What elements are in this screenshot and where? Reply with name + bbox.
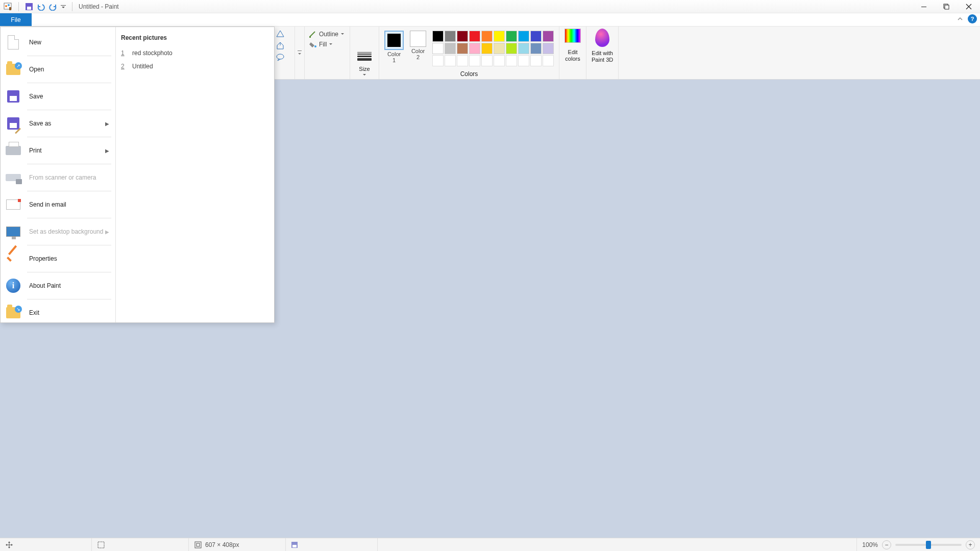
file-menu-left: New ↗ Open Save Save as ▶ Print ▶ From s… <box>1 27 116 80</box>
color-swatch[interactable] <box>506 31 517 42</box>
qat-redo-button[interactable] <box>48 3 58 11</box>
color-swatch[interactable] <box>530 55 542 66</box>
color-swatch[interactable] <box>518 43 529 54</box>
size-group: Size <box>350 27 379 79</box>
recent-item-number: 1 <box>121 49 126 57</box>
recent-item-name: Untitled <box>132 63 153 70</box>
color-swatch[interactable] <box>432 43 444 54</box>
color-swatch[interactable] <box>543 43 554 54</box>
color-swatch[interactable] <box>518 31 529 42</box>
new-document-icon <box>5 34 22 51</box>
color-swatch[interactable] <box>457 43 468 54</box>
color-swatch[interactable] <box>445 43 456 54</box>
qat-customize-dropdown[interactable] <box>61 4 66 9</box>
svg-rect-12 <box>309 36 311 38</box>
recent-item-number: 2 <box>121 63 126 70</box>
color-swatch[interactable] <box>469 43 480 54</box>
outline-fill-group: Outline Fill <box>305 27 350 79</box>
color-swatch[interactable] <box>494 31 505 42</box>
paint3d-label: Edit with Paint 3D <box>592 50 613 63</box>
shapes-more-dropdown[interactable] <box>295 27 305 79</box>
size-lines-icon <box>357 52 372 61</box>
separator <box>72 2 72 11</box>
fill-dropdown[interactable]: Fill <box>309 41 345 48</box>
color-swatch[interactable] <box>481 55 493 66</box>
file-menu-open[interactable]: ↗ Open <box>1 57 115 80</box>
color-swatch[interactable] <box>530 31 542 42</box>
color-swatch[interactable] <box>494 55 505 66</box>
svg-point-2 <box>8 4 10 6</box>
minimize-button[interactable] <box>913 0 935 13</box>
ribbon-tab-row: File ? <box>0 13 980 27</box>
color-swatch[interactable] <box>518 55 529 66</box>
shape-callout-icon[interactable] <box>276 53 285 61</box>
svg-rect-6 <box>61 5 66 6</box>
color-swatch[interactable] <box>481 31 493 42</box>
qat-undo-button[interactable] <box>36 3 45 11</box>
color-swatch[interactable] <box>457 55 468 66</box>
spectrum-icon <box>565 29 581 43</box>
svg-rect-3 <box>9 7 11 10</box>
svg-rect-9 <box>945 5 949 9</box>
size-dropdown[interactable]: Size <box>357 52 372 77</box>
file-menu: New ↗ Open Save Save as ▶ Print ▶ From s… <box>0 27 275 80</box>
color1-button[interactable]: Color 1 <box>384 31 404 63</box>
recent-item-name: red stockphoto <box>132 49 173 57</box>
file-menu-new[interactable]: New <box>1 30 115 55</box>
colors-group: Color 1 Color 2 Colors <box>379 27 559 79</box>
color-swatch[interactable] <box>506 43 517 54</box>
open-folder-icon: ↗ <box>5 61 22 78</box>
color-swatch[interactable] <box>543 55 554 66</box>
recent-pictures-header: Recent pictures <box>120 32 270 46</box>
color-swatch[interactable] <box>494 43 505 54</box>
file-tab[interactable]: File <box>0 13 32 26</box>
quick-access-toolbar: Untitled - Paint <box>2 2 119 11</box>
edit-with-paint3d-button[interactable]: Edit with Paint 3D <box>586 27 619 79</box>
color-swatch[interactable] <box>481 43 493 54</box>
paint-app-icon <box>3 2 12 11</box>
color-swatch[interactable] <box>457 31 468 42</box>
svg-point-13 <box>314 45 316 47</box>
shape-house-icon[interactable] <box>276 41 285 50</box>
size-label: Size <box>359 66 370 72</box>
qat-save-button[interactable] <box>25 3 33 11</box>
color-swatch[interactable] <box>445 55 456 66</box>
ribbon-right-controls: ? <box>957 14 977 23</box>
collapse-ribbon-button[interactable] <box>957 15 964 22</box>
shapes-group-partial: Shapes <box>275 27 295 79</box>
file-menu-new-label: New <box>29 39 41 46</box>
recent-item-2[interactable]: 2 Untitled <box>120 60 270 73</box>
recent-item-1[interactable]: 1 red stockphoto <box>120 46 270 60</box>
color2-button[interactable]: Color 2 <box>410 31 426 60</box>
edit-colors-button[interactable]: Edit colors <box>559 27 586 79</box>
color-palette <box>432 31 554 66</box>
color-swatch[interactable] <box>506 55 517 66</box>
color-swatch[interactable] <box>432 31 444 42</box>
window-title: Untitled - Paint <box>79 3 119 10</box>
color-swatch[interactable] <box>469 55 480 66</box>
maximize-button[interactable] <box>935 0 958 13</box>
color-swatch[interactable] <box>445 31 456 42</box>
color2-label: Color 2 <box>411 48 425 60</box>
svg-rect-11 <box>298 51 302 51</box>
color-swatch[interactable] <box>543 31 554 42</box>
help-button[interactable]: ? <box>968 14 977 23</box>
outline-dropdown[interactable]: Outline <box>309 31 345 38</box>
color-swatch[interactable] <box>469 31 480 42</box>
fill-bucket-icon <box>309 41 317 48</box>
color1-label: Color 1 <box>387 51 401 63</box>
close-button[interactable] <box>958 0 980 13</box>
svg-rect-7 <box>921 7 926 7</box>
title-bar: Untitled - Paint <box>0 0 980 13</box>
separator <box>18 2 19 11</box>
outline-label: Outline <box>319 31 338 38</box>
svg-point-10 <box>277 54 284 59</box>
window-controls <box>913 0 980 13</box>
paint3d-icon <box>595 29 609 47</box>
fill-label: Fill <box>319 41 327 48</box>
color-swatch[interactable] <box>530 43 542 54</box>
edit-colors-label: Edit colors <box>565 49 580 62</box>
color-swatch[interactable] <box>432 55 444 66</box>
shape-triangle-icon[interactable] <box>276 30 285 38</box>
svg-point-1 <box>5 5 7 7</box>
